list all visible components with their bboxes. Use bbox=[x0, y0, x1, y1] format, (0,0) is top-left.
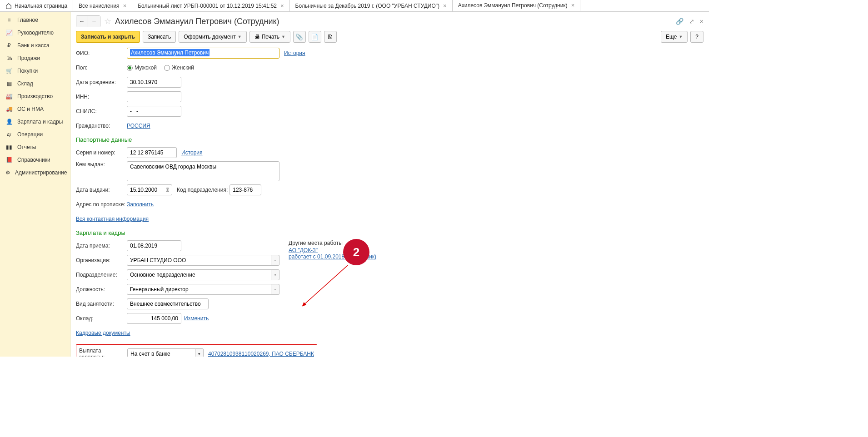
employment-input[interactable] bbox=[127, 298, 209, 309]
sidebar-item-refs[interactable]: 📕Справочники bbox=[0, 154, 70, 166]
fio-history-link[interactable]: История bbox=[284, 50, 305, 56]
address-label: Адрес по прописке: bbox=[76, 201, 127, 208]
passport-history-link[interactable]: История bbox=[181, 149, 203, 156]
position-input[interactable] bbox=[127, 284, 271, 295]
tab-3[interactable]: Больничные за Декабрь 2019 г. (ООО "УРБА… bbox=[290, 0, 453, 11]
hire-date-input[interactable] bbox=[127, 240, 181, 251]
payment-label: Выплата зарплаты: bbox=[79, 348, 127, 357]
sidebar-item-hr[interactable]: 👤Зарплата и кадры bbox=[0, 115, 70, 128]
sidebar-item-sales[interactable]: 🛍Продажи bbox=[0, 52, 70, 65]
citizenship-link[interactable]: РОССИЯ bbox=[127, 123, 150, 129]
close-icon[interactable]: × bbox=[571, 2, 575, 9]
sidebar-label: Руководителю bbox=[17, 30, 54, 36]
inn-input[interactable] bbox=[127, 91, 181, 102]
sidebar-item-production[interactable]: 🏭Производство bbox=[0, 90, 70, 103]
sidebar-item-operations[interactable]: ДтОперации bbox=[0, 128, 70, 141]
close-page-icon[interactable]: × bbox=[700, 18, 703, 25]
passport-section-title: Паспортные данные bbox=[76, 136, 703, 143]
fill-address-link[interactable]: Заполнить bbox=[127, 201, 154, 208]
sidebar-item-purchases[interactable]: 🛒Покупки bbox=[0, 65, 70, 77]
ruble-icon: ₽ bbox=[5, 42, 13, 49]
sidebar-item-reports[interactable]: ▮▮Отчеты bbox=[0, 141, 70, 154]
cart-icon: 🛒 bbox=[5, 68, 13, 74]
sidebar-item-main[interactable]: ≡Главное bbox=[0, 14, 70, 26]
save-close-button[interactable]: Записать и закрыть bbox=[76, 31, 140, 43]
payment-highlight-box: Выплата зарплаты: ▾ 40702810938110020269… bbox=[76, 344, 317, 357]
nav-forward-button[interactable]: → bbox=[88, 16, 100, 27]
callout-number: 2 bbox=[353, 245, 359, 259]
employment-label: Вид занятости: bbox=[76, 301, 127, 307]
sidebar: ≡Главное 📈Руководителю ₽Банк и касса 🛍Пр… bbox=[0, 12, 70, 357]
sidebar-item-assets[interactable]: 🚚ОС и НМА bbox=[0, 103, 70, 115]
tab-home[interactable]: Начальная страница bbox=[0, 0, 73, 11]
close-icon[interactable]: × bbox=[443, 2, 447, 9]
dropdown-icon[interactable]: ▾ bbox=[195, 348, 204, 357]
series-input[interactable] bbox=[127, 147, 177, 158]
sidebar-item-manager[interactable]: 📈Руководителю bbox=[0, 26, 70, 39]
org-input[interactable] bbox=[127, 255, 271, 266]
sidebar-label: Главное bbox=[17, 17, 38, 23]
dob-input[interactable] bbox=[127, 77, 181, 88]
caret-icon: ▼ bbox=[281, 35, 285, 39]
gender-female-radio[interactable]: Женский bbox=[164, 65, 194, 71]
close-icon[interactable]: × bbox=[123, 2, 127, 9]
org-label: Организация: bbox=[76, 257, 127, 263]
salary-change-link[interactable]: Изменить bbox=[184, 315, 209, 322]
radio-icon bbox=[127, 65, 133, 71]
nav-back-button[interactable]: ← bbox=[76, 16, 88, 27]
save-button[interactable]: Записать bbox=[143, 31, 176, 43]
fio-input[interactable]: Ахилесов Эммануил Петрович bbox=[127, 48, 279, 59]
chart-icon: 📈 bbox=[5, 30, 13, 36]
create-doc-button[interactable]: Оформить документ▼ bbox=[179, 31, 246, 43]
gender-radio-group: Мужской Женский bbox=[127, 65, 194, 71]
favorite-star-icon[interactable]: ☆ bbox=[104, 16, 111, 26]
tab-1-label: Все начисления bbox=[79, 3, 120, 9]
sidebar-item-admin[interactable]: ⚙Администрирование bbox=[0, 166, 70, 179]
toolbar: Записать и закрыть Записать Оформить док… bbox=[76, 31, 703, 43]
all-contacts-link[interactable]: Вся контактная информация bbox=[76, 216, 149, 222]
citizenship-label: Гражданство: bbox=[76, 123, 127, 129]
radio-icon bbox=[164, 65, 170, 71]
bank-account-link[interactable]: 40702810938110020269, ПАО СБЕРБАНК bbox=[208, 351, 314, 357]
open-icon[interactable]: ▫ bbox=[271, 255, 279, 266]
other-org-link[interactable]: АО "ДОК-3" bbox=[289, 247, 318, 253]
open-icon[interactable]: ▫ bbox=[271, 284, 279, 295]
gender-male-radio[interactable]: Мужской bbox=[127, 65, 157, 71]
help-button[interactable]: ? bbox=[690, 31, 703, 43]
sidebar-label: Банк и касса bbox=[17, 42, 50, 49]
link-icon[interactable]: 🔗 bbox=[676, 18, 683, 25]
payment-method-select[interactable] bbox=[127, 348, 195, 357]
tab-4[interactable]: Ахилесов Эммануил Петрович (Сотрудник) × bbox=[453, 0, 581, 11]
dept-input[interactable] bbox=[127, 269, 271, 280]
tab-2[interactable]: Больничный лист УРБП-000001 от 10.12.201… bbox=[132, 0, 289, 11]
consent-icon-button[interactable]: 🖻 bbox=[324, 31, 337, 43]
tab-1[interactable]: Все начисления × bbox=[73, 0, 132, 11]
report-icon-button[interactable]: 📄 bbox=[309, 31, 321, 43]
sidebar-label: Администрирование bbox=[15, 169, 67, 176]
menu-icon: ≡ bbox=[5, 17, 13, 23]
dept-code-input[interactable] bbox=[229, 184, 261, 195]
print-label: Печать bbox=[262, 34, 279, 40]
calendar-icon[interactable]: 🗓 bbox=[165, 187, 170, 193]
gear-icon: ⚙ bbox=[5, 169, 10, 176]
sidebar-label: Отчеты bbox=[17, 144, 36, 150]
salary-input[interactable] bbox=[127, 313, 181, 324]
snils-input[interactable] bbox=[127, 106, 181, 117]
issued-by-input[interactable]: Савеловским ОВД города Москвы bbox=[127, 161, 279, 181]
hr-docs-link[interactable]: Кадровые документы bbox=[76, 330, 130, 336]
collapse-icon[interactable]: ⤢ bbox=[689, 18, 694, 25]
attachment-icon-button[interactable]: 📎 bbox=[293, 31, 306, 43]
printer-icon: 🖶 bbox=[254, 34, 260, 40]
more-button[interactable]: Еще▼ bbox=[661, 31, 688, 43]
tabs-bar: Начальная страница Все начисления × Боль… bbox=[0, 0, 709, 12]
sidebar-item-warehouse[interactable]: ▦Склад bbox=[0, 77, 70, 90]
print-button[interactable]: 🖶Печать▼ bbox=[249, 31, 290, 43]
sidebar-label: Справочники bbox=[17, 157, 50, 163]
series-label: Серия и номер: bbox=[76, 149, 127, 156]
close-icon[interactable]: × bbox=[280, 2, 284, 9]
hr-section-title: Зарплата и кадры bbox=[76, 229, 703, 236]
sidebar-label: Склад bbox=[17, 80, 33, 87]
inn-label: ИНН: bbox=[76, 94, 127, 100]
sidebar-item-bank[interactable]: ₽Банк и касса bbox=[0, 39, 70, 52]
open-icon[interactable]: ▫ bbox=[271, 269, 279, 280]
